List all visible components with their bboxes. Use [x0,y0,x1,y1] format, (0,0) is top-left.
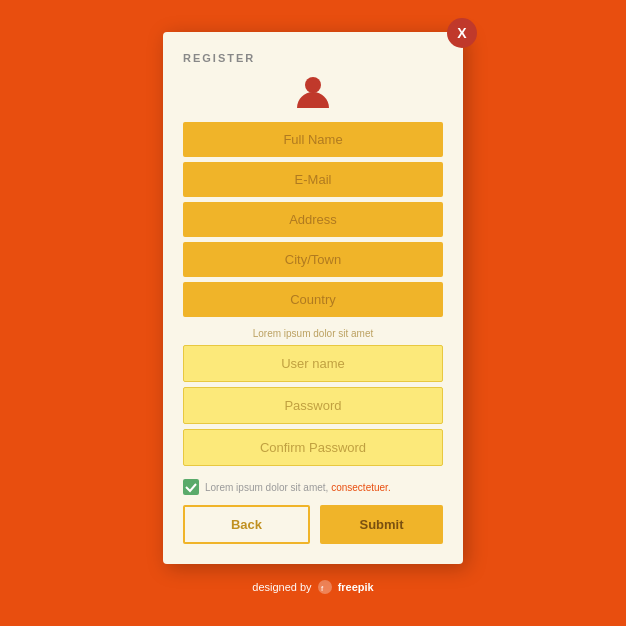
city-town-input[interactable] [183,242,443,277]
avatar-container [183,72,443,112]
button-row: Back Submit [183,505,443,544]
lorem-text-1: Lorem ipsum dolor sit amet [183,328,443,339]
user-avatar-icon [293,72,333,112]
register-card: X REGISTER Lorem ipsum dolor sit amet Lo… [163,32,463,564]
footer: designed by f freepik [252,580,373,594]
svg-rect-1 [183,479,199,495]
username-input[interactable] [183,345,443,382]
address-input[interactable] [183,202,443,237]
country-input[interactable] [183,282,443,317]
freepik-brand: freepik [338,581,374,593]
password-input[interactable] [183,387,443,424]
confirm-password-input[interactable] [183,429,443,466]
terms-link[interactable]: consectetuer. [331,482,390,493]
footer-text: designed by [252,581,311,593]
terms-text: Lorem ipsum dolor sit amet, consectetuer… [205,482,391,493]
full-name-input[interactable] [183,122,443,157]
back-button[interactable]: Back [183,505,310,544]
terms-row: Lorem ipsum dolor sit amet, consectetuer… [183,479,443,495]
freepik-logo-icon: f [318,580,332,594]
checkbox-checked-icon[interactable] [183,479,199,495]
submit-button[interactable]: Submit [320,505,443,544]
svg-point-0 [305,77,321,93]
card-title: REGISTER [183,52,443,64]
close-button[interactable]: X [447,18,477,48]
email-input[interactable] [183,162,443,197]
